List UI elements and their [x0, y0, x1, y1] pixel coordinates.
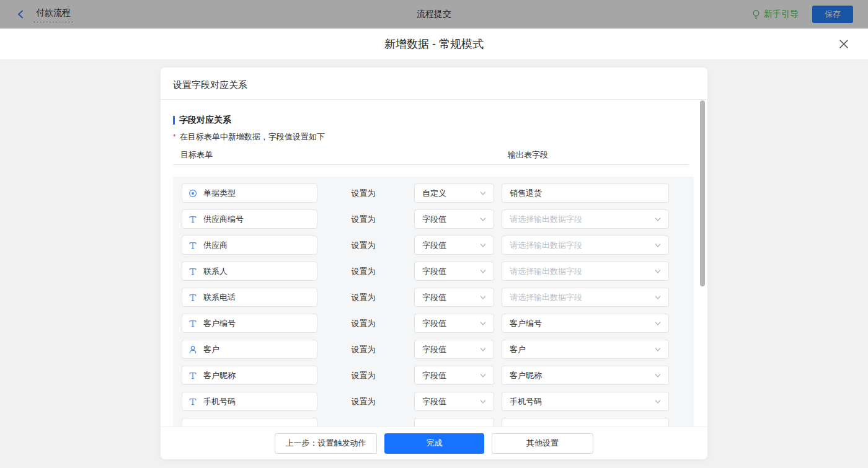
radio-icon	[188, 189, 197, 198]
output-select[interactable]: 请选择输出数据字段	[502, 262, 669, 281]
text-icon	[188, 371, 197, 380]
chevron-down-icon	[653, 397, 662, 406]
field-mapping-row: 客户昵称 设置为 字段值 客户昵称	[173, 366, 694, 385]
output-select[interactable]: 客户	[502, 340, 669, 359]
text-icon	[188, 215, 197, 224]
section-title: 字段对应关系	[179, 115, 231, 126]
target-field-label: 客户编号	[203, 318, 236, 329]
mode-select[interactable]: 字段值	[414, 392, 494, 411]
text-icon	[188, 319, 197, 328]
modal-dim-overlay	[0, 0, 868, 29]
top-bar: 付款流程 流程提交 新手引导 保存	[0, 0, 868, 29]
field-mapping-row: 手机号码 设置为 字段值 手机号码	[173, 392, 694, 411]
chevron-down-icon	[653, 293, 662, 302]
set-as-label: 设置为	[351, 240, 376, 251]
output-select-value: 客户昵称	[510, 370, 653, 381]
set-as-label: 设置为	[351, 370, 376, 381]
target-field-label: 供应商编号	[203, 214, 244, 225]
other-settings-button[interactable]: 其他设置	[492, 433, 593, 454]
section-description: *在目标表单中新增数据，字段值设置如下	[173, 131, 325, 143]
target-field-box: 联系人	[182, 262, 317, 281]
set-as-label: 设置为	[351, 266, 376, 277]
chevron-down-icon	[479, 345, 487, 354]
user-icon	[188, 345, 197, 354]
close-icon[interactable]	[838, 38, 849, 50]
chevron-down-icon	[653, 241, 662, 250]
mode-select-value: 字段值	[422, 318, 479, 329]
field-mapping-row: 供应商 设置为 字段值 请选择输出数据字段	[173, 236, 694, 255]
target-field-box: 供应商	[182, 236, 317, 255]
chevron-down-icon	[653, 345, 662, 354]
section-description-text: 在目标表单中新增数据，字段值设置如下	[180, 132, 325, 141]
column-header-output-field: 输出表字段	[508, 149, 548, 161]
mode-select[interactable]: 字段值	[414, 366, 494, 385]
output-select[interactable]: 请选择输出数据字段	[502, 236, 669, 255]
scrollbar-thumb[interactable]	[700, 100, 705, 286]
mode-select[interactable]: 字段值	[414, 210, 494, 229]
chevron-down-icon	[653, 215, 662, 224]
output-select[interactable]: 客户编号	[502, 314, 669, 333]
output-select[interactable]: 客户昵称	[502, 366, 669, 385]
card-title: 设置字段对应关系	[173, 79, 247, 91]
target-field-box: 客户	[182, 340, 317, 359]
output-select-value: 手机号码	[510, 396, 653, 407]
text-icon	[188, 267, 197, 276]
modal-header: 新增数据 - 常规模式	[0, 29, 868, 60]
target-field-label: 客户昵称	[203, 370, 236, 381]
mode-select[interactable]: 字段值	[414, 288, 494, 307]
field-mapping-row: 客户编号 设置为 字段值 客户编号	[173, 314, 694, 333]
field-mapping-list: 单据类型 设置为 自定义 供应商编号 设置为 字段值 请选择输出数据字段	[173, 177, 694, 426]
modal-body: 设置字段对应关系 字段对应关系 *在目标表单中新增数据，字段值设置如下 目标表单…	[0, 68, 868, 468]
target-field-label: 手机号码	[203, 396, 236, 407]
mode-select[interactable]	[414, 418, 494, 426]
output-select-value: 客户	[510, 344, 653, 355]
chevron-down-icon	[479, 371, 487, 380]
chevron-down-icon	[653, 371, 662, 380]
set-as-label: 设置为	[351, 344, 376, 355]
done-button[interactable]: 完成	[384, 433, 484, 454]
output-select-value: 请选择输出数据字段	[510, 240, 653, 251]
output-select[interactable]: 手机号码	[502, 392, 669, 411]
mode-select-value: 字段值	[422, 292, 479, 303]
field-mapping-card: 设置字段对应关系 字段对应关系 *在目标表单中新增数据，字段值设置如下 目标表单…	[161, 68, 707, 459]
target-field-box: 单据类型	[182, 183, 317, 203]
column-header-target-form: 目标表单	[180, 149, 213, 161]
mode-select[interactable]: 字段值	[414, 236, 494, 255]
prev-step-button[interactable]: 上一步：设置触发动作	[275, 433, 377, 454]
mode-select-value: 自定义	[422, 188, 479, 199]
target-field-box	[182, 418, 317, 426]
chevron-down-icon	[479, 293, 487, 302]
set-as-label: 设置为	[351, 214, 376, 225]
required-asterisk: *	[173, 133, 176, 141]
field-mapping-row	[173, 418, 694, 426]
output-select-value: 请选择输出数据字段	[510, 214, 653, 225]
text-icon	[188, 397, 197, 406]
text-icon	[188, 293, 197, 302]
modal-title: 新增数据 - 常规模式	[384, 37, 484, 51]
set-as-label: 设置为	[351, 188, 376, 199]
mode-select-value: 字段值	[422, 266, 479, 277]
target-field-label: 单据类型	[203, 188, 236, 199]
target-field-box: 联系电话	[182, 288, 317, 307]
text-icon	[188, 241, 197, 250]
mode-select[interactable]: 字段值	[414, 340, 494, 359]
mode-select[interactable]: 自定义	[414, 183, 494, 203]
target-field-label: 客户	[203, 344, 219, 355]
card-title-divider	[161, 99, 707, 100]
field-mapping-row: 供应商编号 设置为 字段值 请选择输出数据字段	[173, 210, 694, 229]
target-field-label: 供应商	[203, 240, 228, 251]
mode-select[interactable]: 字段值	[414, 262, 494, 281]
output-select[interactable]: 请选择输出数据字段	[502, 288, 669, 307]
card-footer: 上一步：设置触发动作 完成 其他设置	[161, 426, 707, 459]
column-header-divider	[173, 164, 689, 165]
output-value-input[interactable]	[502, 183, 669, 203]
set-as-label: 设置为	[351, 292, 376, 303]
mode-select-value: 字段值	[422, 344, 479, 355]
output-select[interactable]: 请选择输出数据字段	[502, 210, 669, 229]
mode-select-value: 字段值	[422, 214, 479, 225]
mode-select[interactable]: 字段值	[414, 314, 494, 333]
chevron-down-icon	[653, 319, 662, 328]
output-select-value: 请选择输出数据字段	[510, 266, 653, 277]
output-select[interactable]	[502, 418, 669, 426]
mode-select-value: 字段值	[422, 396, 479, 407]
